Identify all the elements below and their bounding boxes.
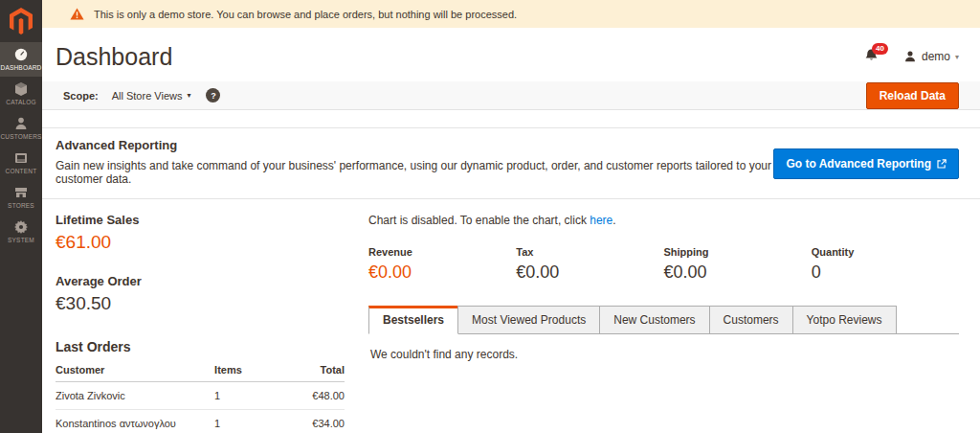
dashboard-right-column: Chart is disabled. To enable the chart, … [368,199,959,433]
store-view-switcher[interactable]: All Store Views ▾ [112,90,191,102]
system-icon [13,219,29,235]
sidebar-item-label: DASHBOARD [1,64,42,71]
help-icon[interactable]: ? [206,88,220,103]
order-items: 1 [214,410,293,433]
customers-icon [13,116,29,131]
content-icon [13,150,29,166]
chart-note-text: Chart is disabled. To enable the chart, … [368,214,590,227]
chart-note-suffix: . [612,214,615,227]
user-menu[interactable]: demo ▾ [903,50,959,63]
dashboard-left-column: Lifetime Sales €61.00 Average Order €30.… [56,199,345,433]
tab-strip: Bestsellers Most Viewed Products New Cus… [368,306,959,334]
tab-customers[interactable]: Customers [709,306,793,333]
quantity-value: 0 [812,262,959,283]
warning-triangle-icon [70,8,84,20]
demo-store-notice-text: This is only a demo store. You can brows… [94,9,517,20]
order-customer: Konstantinos αντωνογλου [56,410,214,433]
lifetime-sales-value: €61.00 [56,232,345,253]
last-orders-table: Customer Items Total Zivota Zivkovic 1 €… [56,358,345,433]
sidebar-item-stores[interactable]: STORES [0,180,42,215]
user-icon [903,50,917,63]
dashboard-icon [13,47,29,62]
scope-bar: Scope: All Store Views ▾ ? Reload Data [42,81,980,110]
revenue-label: Revenue [368,246,516,258]
header-actions: 40 demo ▾ [864,48,959,66]
magento-logo-icon [10,8,33,34]
lifetime-sales-label: Lifetime Sales [56,213,345,227]
magento-logo[interactable] [0,0,42,42]
order-total: €48.00 [293,382,345,410]
sidebar-item-content[interactable]: CONTENT [0,146,42,180]
revenue-value: €0.00 [368,262,516,283]
tab-empty-message: We couldn't find any records. [368,334,959,375]
dashboard-tabs: Bestsellers Most Viewed Products New Cus… [368,306,959,375]
sidebar-item-label: CUSTOMERS [0,133,41,140]
tab-bestsellers[interactable]: Bestsellers [368,306,458,334]
tax-value: €0.00 [516,262,663,283]
page-title: Dashboard [56,43,172,71]
average-order-label: Average Order [56,274,345,288]
sidebar-item-label: STORES [8,202,34,209]
order-customer: Zivota Zivkovic [56,382,214,410]
scope-label: Scope: [63,90,99,102]
column-header-items: Items [214,358,293,382]
sidebar-item-label: SYSTEM [8,237,34,243]
magento-admin-dashboard: DASHBOARD CATALOG CUSTOMERS CONTENT [0,0,980,433]
chart-disabled-note: Chart is disabled. To enable the chart, … [368,214,959,227]
tab-new-customers[interactable]: New Customers [599,306,709,333]
username: demo [922,50,950,63]
quantity-label: Quantity [812,246,959,258]
order-total: €34.00 [293,410,345,433]
table-row[interactable]: Zivota Zivkovic 1 €48.00 [56,382,345,410]
sidebar-item-catalog[interactable]: CATALOG [0,77,42,111]
chevron-down-icon: ▾ [955,53,959,61]
sidebar-item-system[interactable]: SYSTEM [0,215,42,249]
dashboard-columns: Lifetime Sales €61.00 Average Order €30.… [42,199,980,433]
column-header-customer: Customer [56,358,214,382]
sidebar-item-label: CATALOG [6,99,36,105]
sidebar-item-label: CONTENT [6,168,37,174]
totals-row: Revenue €0.00 Tax €0.00 Shipping €0.00 Q… [368,246,959,283]
reload-data-button[interactable]: Reload Data [866,82,959,109]
catalog-icon [13,81,29,97]
table-row[interactable]: Konstantinos αντωνογλου 1 €34.00 [56,410,345,433]
external-link-icon [937,159,947,169]
advanced-reporting-section: Advanced Reporting Gain new insights and… [42,127,980,199]
page-header: Dashboard 40 demo ▾ [42,28,980,81]
store-view-value: All Store Views [112,90,183,102]
sidebar-item-dashboard[interactable]: DASHBOARD [0,42,42,77]
chevron-down-icon: ▾ [187,91,190,100]
admin-sidebar: DASHBOARD CATALOG CUSTOMERS CONTENT [0,0,42,433]
shipping-value: €0.00 [664,262,812,283]
tab-most-viewed-products[interactable]: Most Viewed Products [457,306,600,333]
order-items: 1 [214,382,293,410]
go-to-advanced-reporting-label: Go to Advanced Reporting [786,157,931,171]
go-to-advanced-reporting-button[interactable]: Go to Advanced Reporting [773,148,959,179]
column-header-total: Total [293,358,345,382]
stores-icon [13,185,29,200]
last-orders-title: Last Orders [56,339,345,354]
demo-store-notice: This is only a demo store. You can brows… [42,0,980,28]
notifications-button[interactable]: 40 [864,48,886,66]
advanced-reporting-title: Advanced Reporting [56,138,808,152]
shipping-label: Shipping [664,246,812,258]
tab-yotpo-reviews[interactable]: Yotpo Reviews [792,306,897,333]
sidebar-item-customers[interactable]: CUSTOMERS [0,111,42,146]
notification-count-badge: 40 [872,43,888,55]
average-order-value: €30.50 [56,293,345,314]
enable-chart-link[interactable]: here [590,214,612,227]
tax-label: Tax [516,246,663,258]
advanced-reporting-description: Gain new insights and take command of yo… [56,159,808,186]
main-content: This is only a demo store. You can brows… [42,0,980,433]
